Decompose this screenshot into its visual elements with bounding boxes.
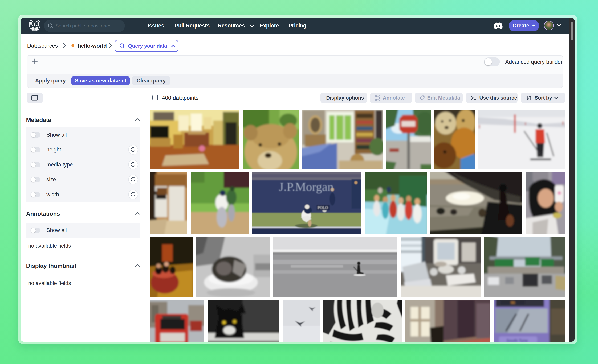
svg-text:POLO: POLO	[317, 205, 328, 210]
svg-text:South Tyne: South Tyne	[507, 338, 528, 342]
svg-text:96: 96	[511, 300, 515, 305]
svg-text:J.P.Morgan: J.P.Morgan	[279, 180, 334, 194]
